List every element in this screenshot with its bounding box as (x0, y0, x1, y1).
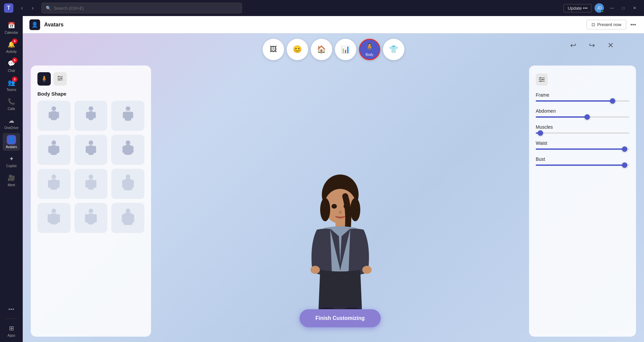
waist-fill (536, 148, 625, 150)
copilot-icon: ✦ (7, 154, 16, 163)
top-toolbar: 🖼 😊 🏠 📊 (23, 33, 644, 60)
svg-point-68 (542, 79, 543, 80)
present-label: Present now (597, 22, 621, 27)
back-button[interactable]: ‹ (17, 3, 27, 13)
body-shape-3[interactable] (111, 101, 144, 131)
center-panel: Finish Customizing (151, 66, 529, 337)
sidebar-item-calendar[interactable]: 📅 Calendar (3, 19, 20, 36)
sidebar-item-activity[interactable]: 🔔 6 Activity (3, 38, 20, 55)
frame-label: Frame (536, 92, 629, 98)
groups-button[interactable]: 📊 (335, 39, 356, 60)
app-more-button[interactable]: ••• (629, 20, 637, 29)
svg-point-62 (362, 266, 372, 274)
body-shape-5[interactable] (75, 135, 108, 165)
teams-badge: 2 (12, 77, 17, 82)
svg-rect-36 (88, 179, 94, 190)
finish-customizing-button[interactable]: Finish Customizing (299, 309, 381, 327)
body-shape-1[interactable] (37, 101, 71, 131)
body-shape-8[interactable] (75, 169, 108, 199)
body-shape-11[interactable] (75, 203, 108, 233)
sidebar-item-teams[interactable]: 👥 2 Teams (3, 76, 20, 94)
search-bar[interactable]: 🔍 (41, 3, 242, 13)
bust-label: Bust (536, 156, 629, 162)
forward-button[interactable]: › (28, 3, 37, 13)
sidebar-item-avatars[interactable]: 👤 Avatars (3, 133, 20, 151)
sidebar-item-more[interactable]: ••• (3, 303, 20, 316)
svg-rect-32 (50, 179, 58, 190)
svg-rect-14 (88, 111, 94, 120)
muscles-thumb[interactable] (538, 130, 543, 136)
app-header-icon: 👤 (29, 19, 40, 30)
body-shape-2[interactable] (75, 101, 108, 131)
pose-button[interactable]: 🖼 (263, 39, 284, 60)
svg-rect-33 (48, 180, 51, 188)
minimize-button[interactable]: — (607, 3, 617, 13)
body-shape-10[interactable] (37, 203, 71, 233)
sidebar-item-copilot[interactable]: ✦ Copilot (3, 152, 20, 170)
sidebar: 📅 Calendar 🔔 6 Activity 💬 5 Chat 👥 2 Tea… (0, 16, 23, 342)
svg-point-0 (58, 76, 59, 77)
calendar-icon: 📅 (7, 21, 16, 30)
svg-rect-23 (57, 146, 59, 153)
onedrive-icon: ☁ (7, 116, 16, 125)
svg-rect-16 (93, 112, 96, 118)
finish-button-container: Finish Customizing (299, 304, 381, 330)
svg-point-3 (60, 78, 62, 79)
bust-track (536, 164, 629, 166)
svg-point-59 (339, 211, 342, 214)
sidebar-item-onedrive[interactable]: ☁ OneDrive (3, 114, 20, 132)
filter-icon[interactable] (536, 74, 548, 86)
sidebar-item-chat[interactable]: 💬 5 Chat (3, 57, 20, 75)
toolbar-clothing-wrapper: 👕 (383, 39, 404, 60)
sidebar-label-calendar: Calendar (5, 31, 18, 34)
svg-rect-27 (94, 146, 96, 153)
body-shape-7[interactable] (37, 169, 71, 199)
exit-button[interactable]: ✕ (604, 39, 617, 52)
apps-icon: ⊞ (7, 324, 16, 333)
redo-button[interactable]: ↪ (585, 39, 599, 52)
present-now-button[interactable]: ⊡ Present now (587, 20, 626, 29)
sidebar-item-calls[interactable]: 📞 Calls (3, 95, 20, 113)
body-shape-12[interactable] (111, 203, 144, 233)
clothing-button[interactable]: 👕 (383, 39, 404, 60)
undo-button[interactable]: ↩ (566, 39, 580, 52)
muscles-track (536, 132, 629, 134)
window-controls: — □ ✕ (607, 3, 640, 13)
search-input[interactable] (54, 6, 238, 11)
shape-tab[interactable]: 🧍 (37, 72, 51, 86)
accessories-tab[interactable] (53, 72, 67, 86)
title-bar: T ‹ › 🔍 Update ••• JD — □ ✕ (0, 0, 644, 16)
body-shape-9[interactable] (111, 169, 144, 199)
body-shape-6[interactable] (111, 135, 144, 165)
face-button[interactable]: 😊 (287, 39, 308, 60)
user-avatar[interactable]: JD (595, 3, 604, 13)
waist-thumb[interactable] (622, 146, 627, 152)
chat-badge: 5 (12, 58, 17, 63)
sidebar-item-apps[interactable]: ⊞ Apps (3, 322, 20, 339)
svg-point-56 (350, 198, 360, 221)
toolbar-face-wrapper: 😊 (287, 39, 308, 60)
frame-thumb[interactable] (610, 98, 615, 104)
svg-rect-12 (56, 112, 59, 118)
close-button[interactable]: ✕ (629, 3, 640, 13)
panel-tabs: 🧍 (37, 72, 144, 86)
main-container: 📅 Calendar 🔔 6 Activity 💬 5 Chat 👥 2 Tea… (0, 16, 644, 342)
maximize-button[interactable]: □ (618, 3, 629, 13)
svg-rect-15 (86, 112, 89, 118)
sidebar-label-chat: Chat (8, 69, 15, 73)
toolbar-pose-wrapper: 🖼 (263, 39, 284, 60)
toolbar-photo-wrapper: 🏠 (311, 39, 332, 60)
abdomen-thumb[interactable] (585, 114, 590, 120)
sidebar-item-meet[interactable]: 🎥 Meet (3, 171, 20, 189)
update-button[interactable]: Update ••• (563, 4, 592, 12)
body-button[interactable]: 🧍 Body (359, 39, 380, 60)
svg-point-39 (126, 175, 130, 179)
sidebar-label-onedrive: OneDrive (4, 126, 18, 130)
meet-icon: 🎥 (7, 173, 16, 183)
bust-thumb[interactable] (622, 162, 627, 168)
body-shape-4[interactable] (37, 135, 71, 165)
svg-point-20 (52, 140, 56, 145)
page-title: Avatars (44, 22, 63, 28)
photo-button[interactable]: 🏠 (311, 39, 332, 60)
svg-point-58 (344, 204, 349, 209)
